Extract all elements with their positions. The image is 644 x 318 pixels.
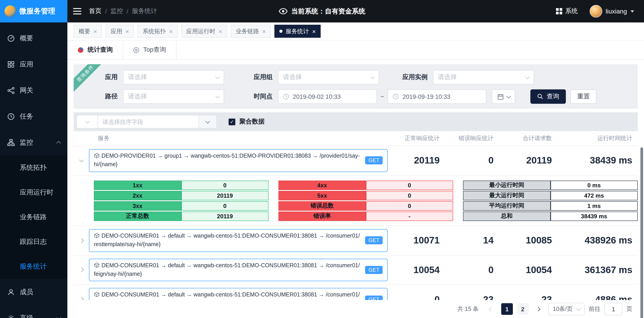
aggregate-checkbox[interactable]: ✓ (228, 118, 235, 125)
goto-page-input[interactable] (604, 303, 622, 315)
sidebar-item-business-chain[interactable]: 业务链路 (0, 205, 67, 230)
runtime-stats-table: 最小运行时间0 ms 最大运行时间472 ms 平均运行时间1 ms 总和384… (463, 180, 638, 222)
top-query-icon (133, 46, 140, 53)
breadcrumb-monitor[interactable]: 监控 (110, 7, 123, 15)
collapse-row-button[interactable] (74, 159, 89, 162)
stat-value: 20119 (181, 212, 268, 221)
stat-value: 38439 ms (550, 212, 638, 221)
sidebar-item-app-runtime[interactable]: 应用运行时 (0, 180, 67, 205)
tab-app-runtime[interactable]: 应用运行时× (181, 25, 227, 38)
service-path: DEMO-CONSUMER01 → default → wangwb-cento… (94, 232, 361, 249)
sidebar-item-application[interactable]: 应用 (0, 51, 67, 77)
tab-stat-query[interactable]: 统计查询 (67, 40, 123, 59)
stat-label: 错误率 (278, 212, 366, 221)
sidebar-item-label: 应用运行时 (20, 188, 54, 197)
http-method-badge: GET (365, 266, 383, 274)
menu-toggle-icon[interactable] (67, 0, 87, 22)
page-size-select[interactable]: 10条/页 (548, 303, 585, 315)
user-menu[interactable]: liuxiang (590, 5, 634, 18)
stat-label: 3xx (94, 201, 181, 211)
sidebar-item-gateway[interactable]: 网关 (0, 77, 67, 103)
expand-row-button[interactable] (74, 268, 89, 272)
vertical-scrollbar[interactable] (640, 147, 643, 318)
tab-overview[interactable]: 概要× (74, 25, 102, 38)
sidebar-item-monitor[interactable]: 监控 (0, 129, 67, 156)
gear-icon (7, 314, 15, 318)
tab-business-chain[interactable]: 业务链路× (231, 25, 271, 38)
sidebar-item-advanced[interactable]: 高级 (0, 305, 67, 318)
monitor-submenu: 系统拓扑 应用运行时 业务链路 跟踪日志 服务统计 (0, 156, 67, 279)
sidebar-item-tasks[interactable]: 任务 (0, 103, 67, 129)
stat-label: 5xx (278, 191, 366, 200)
chevron-right-icon (79, 268, 84, 272)
grid-icon (556, 8, 562, 14)
app-group-label: 应用组 (224, 73, 278, 81)
sort-direction-select[interactable] (76, 115, 98, 128)
app-select[interactable]: 请选择 (123, 70, 224, 84)
http-method-badge: GET (365, 156, 383, 164)
close-icon[interactable]: × (94, 28, 97, 34)
tab-label: 系统拓扑 (142, 27, 166, 35)
close-icon[interactable]: × (218, 28, 222, 34)
time-end-picker[interactable]: 2019-09-19 10:33 (388, 90, 486, 104)
expand-row-button[interactable] (74, 239, 89, 242)
next-page-button[interactable] (532, 303, 544, 315)
total-count: 20119 (505, 155, 564, 166)
sidebar-item-system-topology[interactable]: 系统拓扑 (0, 156, 67, 180)
chevron-down-icon (370, 74, 375, 79)
clock-icon (7, 112, 15, 120)
app-group-select[interactable]: 请选择 (278, 70, 379, 84)
time-end-value: 2019-09-19 10:33 (402, 93, 450, 100)
sidebar-item-label: 业务链路 (20, 213, 47, 222)
aggregate-toggle[interactable]: ✓ 聚合数据 (228, 118, 264, 126)
stat-value: 20119 (181, 191, 268, 200)
sidebar-item-service-stats[interactable]: 服务统计 (0, 254, 67, 279)
service-descriptor: DEMO-CONSUMER01 → default → wangwb-cento… (89, 258, 388, 282)
chevron-down-icon (576, 306, 581, 310)
close-icon[interactable]: × (312, 28, 316, 34)
stat-label: 2xx (94, 191, 181, 200)
stat-label: 正常总数 (94, 212, 181, 221)
sort-field-dropdown-button[interactable] (199, 115, 217, 128)
tab-service-stats[interactable]: 服务统计× (274, 25, 321, 38)
breadcrumb-separator: / (105, 8, 107, 15)
calendar-preset-button[interactable] (492, 90, 515, 104)
close-icon[interactable]: × (125, 28, 129, 34)
normal-count: 10054 (398, 264, 451, 275)
search-button[interactable]: 查询 (530, 90, 566, 104)
chevron-up-icon (56, 141, 61, 145)
header-normal: 正常响应统计 (398, 134, 451, 142)
stat-value: 0 (181, 180, 268, 190)
tab-system-topology[interactable]: 系统拓扑× (138, 25, 178, 38)
chevron-down-icon (215, 94, 220, 98)
path-select[interactable]: 请选择 (123, 90, 224, 104)
search-button-label: 查询 (546, 92, 559, 100)
time-start-picker[interactable]: 2019-09-02 10:33 (278, 90, 377, 104)
page-button-2[interactable]: 2 (517, 303, 528, 315)
system-switcher[interactable]: 系统 (556, 7, 578, 15)
close-icon[interactable]: × (169, 28, 173, 34)
prev-page-button[interactable] (486, 303, 497, 315)
time-start-value: 2019-09-02 10:33 (293, 93, 341, 100)
close-icon[interactable]: × (262, 28, 266, 34)
current-system-indicator[interactable]: 当前系统：自有资金系统 (279, 7, 365, 16)
reset-button[interactable]: 重置 (570, 90, 596, 104)
service-path: DEMO-PROVIDER01 → group1 → wangwb-centos… (94, 152, 361, 169)
sort-field-input[interactable] (98, 115, 199, 128)
app-instance-select[interactable]: 请选择 (433, 70, 534, 84)
page-button-1[interactable]: 1 (501, 303, 513, 315)
chevron-right-icon (79, 238, 84, 242)
chevron-right-icon (536, 307, 541, 311)
breadcrumb-home[interactable]: 首页 (89, 7, 102, 15)
total-count: 10085 (505, 235, 564, 246)
query-row-1: 应用 请选择 应用组 请选择 应用实例 请选择 (74, 70, 638, 84)
total-count: 10054 (505, 264, 564, 275)
sidebar-item-overview[interactable]: 概要 (0, 25, 67, 51)
error-status-table: 4xx0 5xx0 错误总数0 错误率- (278, 180, 453, 222)
tab-top-query[interactable]: Top查询 (123, 40, 176, 59)
chevron-down-icon (215, 74, 220, 79)
clock-icon (392, 94, 399, 100)
tab-application[interactable]: 应用× (106, 25, 134, 38)
sidebar-item-members[interactable]: 成员 (0, 279, 67, 305)
sidebar-item-trace-log[interactable]: 跟踪日志 (0, 230, 67, 254)
